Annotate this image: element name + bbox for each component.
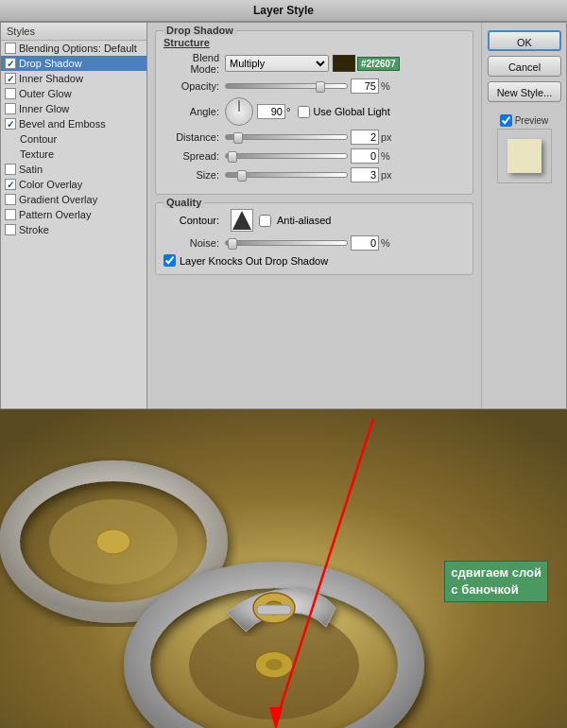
style-item[interactable]: Outer Glow: [1, 86, 146, 101]
style-checkbox[interactable]: [5, 43, 16, 54]
style-item[interactable]: Contour: [1, 131, 146, 147]
spread-thumb[interactable]: [228, 151, 237, 163]
style-label: Gradient Overlay: [19, 194, 97, 205]
dial-hand: [239, 100, 240, 112]
quality-section-title: Quality: [163, 197, 204, 208]
style-item[interactable]: Inner Shadow: [1, 71, 146, 86]
opacity-row: Opacity: %: [163, 78, 465, 94]
style-item[interactable]: Texture: [1, 147, 146, 162]
svg-point-4: [96, 529, 130, 554]
spread-slider[interactable]: [225, 153, 348, 159]
preview-checkbox[interactable]: [500, 114, 512, 127]
style-label: Contour: [20, 133, 57, 145]
opacity-thumb[interactable]: [316, 81, 325, 93]
blend-mode-row: Blend Mode: NormalDissolveDarkenMultiply…: [163, 52, 465, 75]
anti-aliased-label: Anti-aliased: [277, 215, 331, 226]
new-style-button[interactable]: New Style...: [488, 81, 561, 102]
angle-label: Angle:: [163, 106, 225, 117]
preview-area: Preview: [488, 114, 560, 183]
size-thumb[interactable]: [237, 170, 247, 182]
preview-inner: [507, 139, 541, 173]
style-label: Drop Shadow: [19, 58, 82, 69]
distance-input[interactable]: [351, 130, 379, 145]
drop-shadow-section-title: Drop Shadow: [163, 25, 236, 36]
style-item[interactable]: Drop Shadow: [1, 56, 146, 71]
svg-point-10: [266, 659, 283, 670]
style-label: Satin: [19, 164, 43, 175]
style-checkbox[interactable]: [5, 73, 16, 84]
style-label: Color Overlay: [19, 179, 82, 190]
title-bar: Layer Style: [0, 0, 567, 22]
style-item[interactable]: Gradient Overlay: [1, 192, 146, 207]
anti-aliased-checkbox[interactable]: [259, 215, 271, 227]
angle-input[interactable]: [257, 104, 285, 119]
layer-knocks-checkbox[interactable]: [163, 254, 176, 267]
style-checkbox[interactable]: [5, 88, 16, 99]
distance-unit: px: [381, 131, 392, 143]
style-item[interactable]: Stroke: [1, 222, 146, 237]
style-checkbox[interactable]: [5, 194, 16, 205]
svg-marker-0: [232, 211, 251, 230]
main-panel: Drop Shadow Structure Blend Mode: Normal…: [147, 23, 481, 408]
svg-rect-11: [257, 605, 291, 615]
style-label: Outer Glow: [19, 88, 72, 99]
spread-label: Spread:: [163, 150, 225, 162]
global-light-row: Use Global Light: [298, 106, 389, 118]
shadow-color-swatch[interactable]: [333, 55, 355, 72]
distance-slider[interactable]: [225, 134, 348, 140]
size-row: Size: px: [163, 167, 465, 182]
style-checkbox[interactable]: [5, 118, 16, 130]
style-label: Stroke: [19, 224, 49, 235]
global-light-checkbox[interactable]: [298, 106, 310, 118]
styles-panel: Styles Blending Options: DefaultDrop Sha…: [1, 23, 147, 408]
opacity-input[interactable]: [351, 78, 379, 94]
style-checkbox[interactable]: [5, 209, 16, 220]
size-input[interactable]: [351, 167, 379, 182]
image-area: сдвигаем слой с баночкой: [0, 409, 567, 728]
dialog-container: Styles Blending Options: DefaultDrop Sha…: [0, 22, 567, 409]
structure-subtitle: Structure: [163, 37, 465, 48]
contour-label: Contour:: [163, 215, 225, 226]
style-item[interactable]: Bevel and Emboss: [1, 116, 146, 131]
preview-box: [497, 129, 552, 183]
size-unit: px: [381, 169, 392, 181]
style-items-list: Blending Options: DefaultDrop ShadowInne…: [1, 41, 146, 237]
style-item[interactable]: Satin: [1, 162, 146, 177]
opacity-slider[interactable]: [225, 83, 348, 89]
style-label: Bevel and Emboss: [19, 118, 106, 130]
style-checkbox[interactable]: [5, 164, 16, 175]
preview-label: Preview: [515, 115, 549, 126]
style-item[interactable]: Pattern Overlay: [1, 207, 146, 222]
angle-dial[interactable]: [225, 97, 253, 126]
style-checkbox[interactable]: [5, 58, 16, 69]
noise-thumb[interactable]: [228, 238, 237, 250]
distance-thumb[interactable]: [233, 132, 243, 144]
styles-panel-header: Styles: [1, 23, 146, 41]
style-checkbox[interactable]: [5, 224, 16, 235]
contour-thumbnail[interactable]: [231, 209, 253, 232]
ok-button[interactable]: OK: [488, 30, 561, 51]
style-label: Blending Options: Default: [19, 43, 137, 54]
style-item[interactable]: Inner Glow: [1, 101, 146, 116]
opacity-unit: %: [381, 80, 390, 92]
style-checkbox[interactable]: [5, 103, 16, 114]
contour-icon: [232, 211, 251, 230]
noise-slider[interactable]: [225, 240, 348, 246]
style-checkbox[interactable]: [5, 179, 16, 190]
dialog-title: Layer Style: [253, 4, 314, 17]
blend-mode-select[interactable]: NormalDissolveDarkenMultiplyColor BurnLi…: [225, 55, 329, 72]
style-item[interactable]: Color Overlay: [1, 177, 146, 192]
spread-unit: %: [381, 150, 390, 162]
degree-symbol: °: [286, 106, 290, 117]
distance-label: Distance:: [163, 131, 225, 143]
size-slider[interactable]: [225, 172, 348, 178]
noise-input[interactable]: [351, 235, 379, 251]
quality-section: Quality Contour: Anti-aliased Noise:: [155, 202, 473, 275]
spread-input[interactable]: [351, 148, 379, 164]
style-item[interactable]: Blending Options: Default: [1, 41, 146, 56]
style-label: Pattern Overlay: [19, 209, 91, 220]
noise-row: Noise: %: [163, 235, 465, 251]
preview-label-row: Preview: [500, 114, 549, 127]
spread-row: Spread: %: [163, 148, 465, 164]
cancel-button[interactable]: Cancel: [488, 56, 561, 77]
